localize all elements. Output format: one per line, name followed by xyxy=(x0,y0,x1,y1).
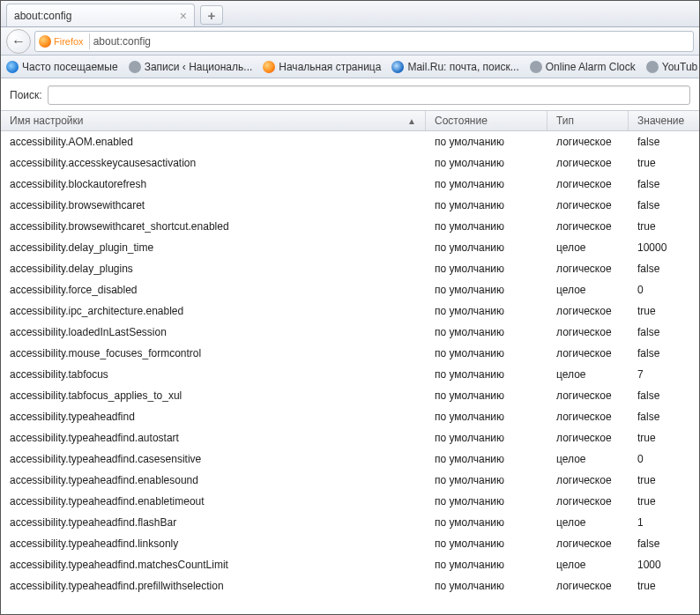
tab-close-icon[interactable]: × xyxy=(180,9,187,23)
bookmark-item[interactable]: Начальная страница xyxy=(263,61,381,73)
tab-strip: about:config × + xyxy=(1,1,699,27)
table-row[interactable]: accessibility.typeaheadfind.flashBarпо у… xyxy=(1,512,699,533)
bookmark-label: Online Alarm Clock xyxy=(546,61,636,73)
cell-state: по умолчанию xyxy=(426,368,547,381)
cell-value: false xyxy=(629,178,699,190)
cell-name: accessibility.ipc_architecture.enabled xyxy=(1,305,426,317)
cell-value: 0 xyxy=(629,453,699,465)
column-header-state[interactable]: Состояние xyxy=(426,111,547,130)
column-header-name[interactable]: Имя настройки ▲ xyxy=(1,111,426,130)
table-row[interactable]: accessibility.typeaheadfindпо умолчаниюл… xyxy=(1,406,699,427)
identity-label: Firefox xyxy=(54,36,84,47)
cell-type: логическое xyxy=(547,220,629,233)
new-tab-button[interactable]: + xyxy=(200,5,223,25)
cell-type: логическое xyxy=(547,495,629,508)
table-row[interactable]: accessibility.browsewithcaret_shortcut.e… xyxy=(1,216,699,237)
cell-type: логическое xyxy=(547,305,629,317)
column-header-type[interactable]: Тип xyxy=(547,111,629,130)
firefox-icon xyxy=(39,35,51,48)
cell-name: accessibility.browsewithcaret_shortcut.e… xyxy=(1,220,426,233)
cell-state: по умолчанию xyxy=(426,559,547,571)
column-header-value[interactable]: Значение xyxy=(629,111,699,130)
cell-value: true xyxy=(629,157,699,169)
table-row[interactable]: accessibility.typeaheadfind.enabletimeou… xyxy=(1,491,699,512)
cell-type: логическое xyxy=(547,537,629,550)
url-bar[interactable]: Firefox about:config xyxy=(34,31,694,52)
cell-type: логическое xyxy=(547,411,629,423)
cell-name: accessibility.typeaheadfind.autostart xyxy=(1,432,426,444)
table-row[interactable]: accessibility.tabfocusпо умолчаниюцелое7 xyxy=(1,364,699,385)
cell-name: accessibility.typeaheadfind xyxy=(1,411,426,423)
bookmark-item[interactable]: YouTub xyxy=(646,61,697,73)
cell-state: по умолчанию xyxy=(426,263,547,275)
cell-name: accessibility.loadedInLastSession xyxy=(1,326,426,338)
table-row[interactable]: accessibility.mouse_focuses_formcontrolп… xyxy=(1,343,699,364)
bookmark-item[interactable]: Mail.Ru: почта, поиск... xyxy=(391,61,518,73)
table-row[interactable]: accessibility.ipc_architecture.enabledпо… xyxy=(1,300,699,322)
column-header-value-label: Значение xyxy=(637,115,684,127)
search-input[interactable] xyxy=(48,85,690,105)
table-row[interactable]: accessibility.tabfocus_applies_to_xulпо … xyxy=(1,385,699,406)
cell-value: true xyxy=(629,305,699,317)
tab-active[interactable]: about:config × xyxy=(6,4,195,26)
cell-value: true xyxy=(629,495,699,508)
cell-type: логическое xyxy=(547,326,629,338)
config-table-body: accessibility.AOM.enabledпо умолчаниюлог… xyxy=(1,131,699,612)
cell-state: по умолчанию xyxy=(426,178,547,190)
cell-value: true xyxy=(629,474,699,486)
cell-state: по умолчанию xyxy=(426,157,547,169)
config-search-row: Поиск: xyxy=(1,78,699,110)
cell-value: false xyxy=(629,411,699,423)
bookmark-icon xyxy=(646,61,659,73)
cell-value: true xyxy=(629,580,699,592)
cell-state: по умолчанию xyxy=(426,305,547,317)
table-row[interactable]: accessibility.force_disabledпо умолчанию… xyxy=(1,279,699,300)
bookmark-item[interactable]: Online Alarm Clock xyxy=(530,61,636,73)
cell-value: false xyxy=(629,537,699,550)
cell-state: по умолчанию xyxy=(426,241,547,254)
table-row[interactable]: accessibility.typeaheadfind.prefillwiths… xyxy=(1,575,699,596)
table-row[interactable]: accessibility.delay_plugin_timeпо умолча… xyxy=(1,237,699,258)
cell-state: по умолчанию xyxy=(426,580,547,592)
bookmark-label: Начальная страница xyxy=(279,61,381,73)
table-row[interactable]: accessibility.delay_pluginsпо умолчаниюл… xyxy=(1,258,699,279)
bookmark-label: Mail.Ru: почта, поиск... xyxy=(407,61,518,73)
table-row[interactable]: accessibility.typeaheadfind.autostartпо … xyxy=(1,427,699,448)
table-row[interactable]: accessibility.typeaheadfind.matchesCount… xyxy=(1,554,699,575)
cell-type: целое xyxy=(547,516,629,529)
table-row[interactable]: accessibility.typeaheadfind.linksonlyпо … xyxy=(1,533,699,554)
cell-type: логическое xyxy=(547,389,629,402)
table-row[interactable]: accessibility.browsewithcaretпо умолчани… xyxy=(1,195,699,216)
table-row[interactable]: accessibility.loadedInLastSessionпо умол… xyxy=(1,322,699,343)
cell-state: по умолчанию xyxy=(426,284,547,296)
bookmark-icon xyxy=(129,61,141,73)
table-row[interactable]: accessibility.accesskeycausesactivationп… xyxy=(1,152,699,174)
cell-state: по умолчанию xyxy=(426,220,547,233)
cell-type: целое xyxy=(547,453,629,465)
tab-title: about:config xyxy=(14,10,71,22)
back-button[interactable]: ← xyxy=(6,29,31,54)
table-row[interactable]: accessibility.typeaheadfind.enablesoundп… xyxy=(1,470,699,491)
table-row[interactable]: accessibility.blockautorefreshпо умолчан… xyxy=(1,174,699,195)
bookmark-item[interactable]: Часто посещаемые xyxy=(6,61,118,73)
cell-state: по умолчанию xyxy=(426,516,547,529)
table-row[interactable]: accessibility.AOM.enabledпо умолчаниюлог… xyxy=(1,131,699,152)
cell-value: 10000 xyxy=(629,241,699,254)
bookmark-label: YouTub xyxy=(662,61,697,73)
cell-state: по умолчанию xyxy=(426,136,547,148)
cell-type: логическое xyxy=(547,580,629,592)
arrow-left-icon: ← xyxy=(11,33,26,49)
url-text: about:config xyxy=(93,35,151,48)
cell-value: false xyxy=(629,199,699,211)
table-row[interactable]: accessibility.typeaheadfind.casesensitiv… xyxy=(1,448,699,470)
cell-name: accessibility.force_disabled xyxy=(1,284,426,296)
bookmark-item[interactable]: Записи ‹ Националь... xyxy=(129,61,253,73)
cell-name: accessibility.accesskeycausesactivation xyxy=(1,157,426,169)
cell-value: false xyxy=(629,136,699,148)
cell-name: accessibility.browsewithcaret xyxy=(1,199,426,211)
cell-name: accessibility.AOM.enabled xyxy=(1,136,426,148)
cell-name: accessibility.delay_plugins xyxy=(1,263,426,275)
identity-box[interactable]: Firefox xyxy=(39,33,90,49)
cell-state: по умолчанию xyxy=(426,537,547,550)
nav-toolbar: ← Firefox about:config xyxy=(1,27,699,56)
